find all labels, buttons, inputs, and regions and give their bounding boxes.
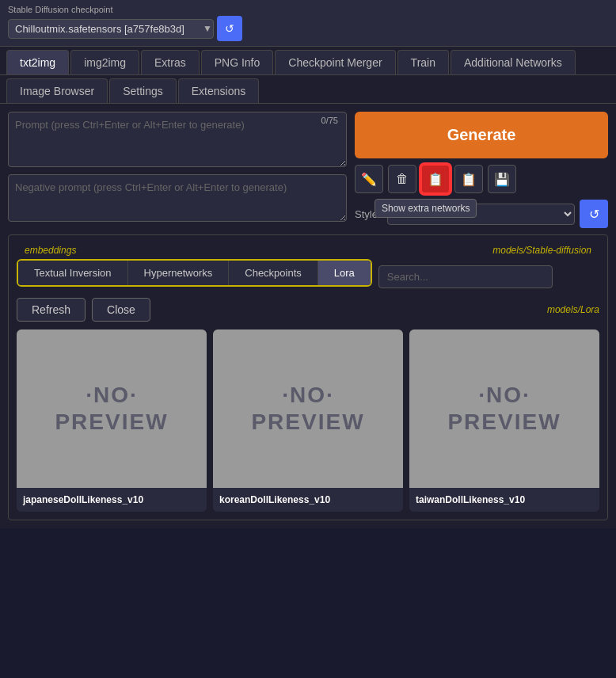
trash-icon: 🗑 bbox=[396, 172, 409, 186]
image-grid: ·NO·PREVIEW japaneseDollLikeness_v10 ·NO… bbox=[17, 329, 599, 512]
tab-hypernetworks[interactable]: Hypernetworks bbox=[128, 261, 230, 285]
nav-tabs-row1: txt2img img2img Extras PNG Info Checkpoi… bbox=[0, 47, 616, 75]
checkpoint-select[interactable]: Chilloutmix.safetensors [a757fe8b3d] bbox=[8, 19, 214, 39]
no-preview-taiwan: ·NO·PREVIEW bbox=[409, 329, 599, 488]
lora-annotation: models/Lora bbox=[547, 304, 599, 315]
trash-button[interactable]: 🗑 bbox=[388, 165, 416, 193]
checkpoint-label: Stable Diffusion checkpoint bbox=[8, 5, 242, 14]
checkpoint-select-wrapper: Chilloutmix.safetensors [a757fe8b3d] ▼ ↺ bbox=[8, 16, 242, 41]
save-icon: 💾 bbox=[494, 172, 510, 187]
clipboard-icon: 📋 bbox=[461, 172, 477, 187]
image-card-korean[interactable]: ·NO·PREVIEW koreanDollLikeness_v10 bbox=[213, 329, 403, 512]
prompt-area: 0/75 bbox=[8, 112, 347, 228]
tab-txt2img[interactable]: txt2img bbox=[6, 50, 69, 74]
tab-additional-networks[interactable]: Additional Networks bbox=[451, 50, 576, 74]
image-card-japanese[interactable]: ·NO·PREVIEW japaneseDollLikeness_v10 bbox=[17, 329, 207, 512]
tab-textual-inversion[interactable]: Textual Inversion bbox=[18, 261, 128, 285]
image-card-taiwan[interactable]: ·NO·PREVIEW taiwanDollLikeness_v10 bbox=[409, 329, 599, 512]
tabs-search-row: Textual Inversion Hypernetworks Checkpoi… bbox=[17, 259, 599, 295]
pencil-button[interactable]: ✏️ bbox=[355, 165, 383, 193]
nav-tabs-row2: Image Browser Settings Extensions bbox=[0, 75, 616, 104]
checkpoint-refresh-button[interactable]: ↺ bbox=[217, 16, 242, 41]
show-extra-networks-button[interactable]: 📋 Show extra networks bbox=[421, 165, 450, 193]
stable-diffusion-annotation: models/Stable-diffusion bbox=[492, 245, 591, 256]
tab-png-info[interactable]: PNG Info bbox=[201, 50, 274, 74]
prompt-textarea[interactable] bbox=[8, 112, 347, 167]
prompt-row: 0/75 Generate ✏️ 🗑 📋 Show extra networks bbox=[8, 112, 608, 228]
network-tabs: Textual Inversion Hypernetworks Checkpoi… bbox=[17, 259, 372, 287]
clipboard-button[interactable]: 📋 bbox=[454, 165, 483, 193]
tab-train[interactable]: Train bbox=[397, 50, 449, 74]
generate-button[interactable]: Generate bbox=[355, 112, 608, 158]
pencil-icon: ✏️ bbox=[361, 172, 377, 187]
tab-image-browser[interactable]: Image Browser bbox=[6, 78, 108, 103]
tab-checkpoint-merger[interactable]: Checkpoint Merger bbox=[275, 50, 395, 74]
search-input[interactable] bbox=[378, 265, 553, 288]
controls-row: Refresh Close models/Lora bbox=[17, 298, 599, 322]
extra-networks-icon: 📋 bbox=[428, 172, 443, 187]
card-label-japanese: japaneseDollLikeness_v10 bbox=[17, 488, 207, 512]
extra-networks-section: embeddings models/Stable-diffusion Textu… bbox=[8, 234, 608, 520]
save-button[interactable]: 💾 bbox=[488, 165, 516, 193]
embeddings-annotation: embeddings bbox=[25, 245, 76, 256]
styles-refresh-button[interactable]: ↺ bbox=[580, 200, 608, 228]
right-controls: Generate ✏️ 🗑 📋 Show extra networks 📋 💾 bbox=[355, 112, 608, 228]
tab-img2img[interactable]: img2img bbox=[70, 50, 139, 74]
no-preview-japanese: ·NO·PREVIEW bbox=[17, 329, 207, 488]
close-button[interactable]: Close bbox=[92, 298, 150, 322]
tab-lora[interactable]: Lora bbox=[318, 261, 371, 285]
refresh-button[interactable]: Refresh bbox=[17, 298, 86, 322]
tab-extensions[interactable]: Extensions bbox=[178, 78, 259, 103]
styles-refresh-icon: ↺ bbox=[589, 207, 599, 222]
prompt-input-wrapper: 0/75 bbox=[8, 112, 347, 170]
prompt-counter: 0/75 bbox=[318, 115, 342, 126]
annotations-row: embeddings models/Stable-diffusion bbox=[17, 243, 599, 257]
tab-extras[interactable]: Extras bbox=[141, 50, 200, 74]
no-preview-korean: ·NO·PREVIEW bbox=[213, 329, 403, 488]
main-content: 0/75 Generate ✏️ 🗑 📋 Show extra networks bbox=[0, 104, 616, 528]
icon-toolbar: ✏️ 🗑 📋 Show extra networks 📋 💾 bbox=[355, 165, 608, 193]
show-extra-networks-tooltip: Show extra networks bbox=[375, 199, 477, 218]
tab-settings[interactable]: Settings bbox=[109, 78, 177, 103]
tab-checkpoints[interactable]: Checkpoints bbox=[229, 261, 318, 285]
checkpoint-bar: Stable Diffusion checkpoint Chilloutmix.… bbox=[0, 0, 616, 47]
negative-prompt-textarea[interactable] bbox=[8, 174, 347, 222]
card-label-korean: koreanDollLikeness_v10 bbox=[213, 488, 403, 512]
card-label-taiwan: taiwanDollLikeness_v10 bbox=[409, 488, 599, 512]
